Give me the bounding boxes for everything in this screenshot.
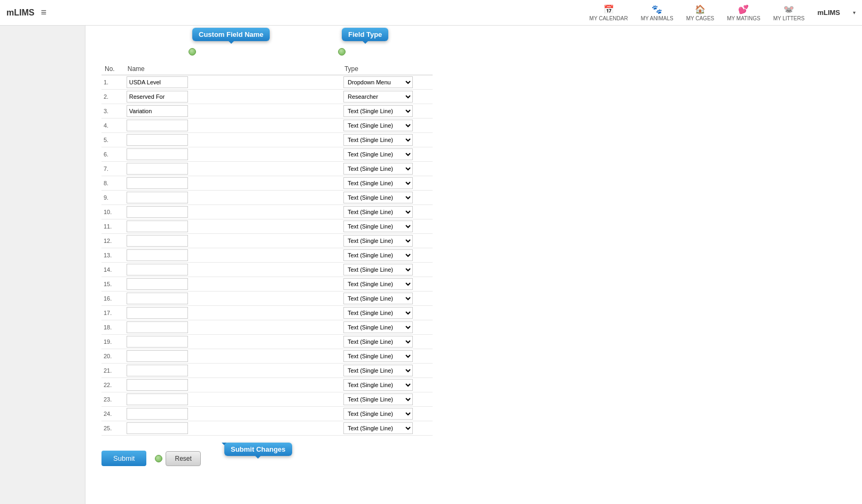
- row-name-cell: [124, 147, 239, 162]
- name-input[interactable]: [127, 422, 188, 434]
- table-row: 21.Text (Single Line)Dropdown MenuResear…: [101, 364, 433, 378]
- matings-icon: 💕: [738, 4, 749, 14]
- row-name-cell: [124, 306, 239, 320]
- table-row: 23.Text (Single Line)Dropdown MenuResear…: [101, 392, 433, 407]
- row-type-cell: Text (Single Line)Dropdown MenuResearche…: [341, 378, 433, 392]
- type-select[interactable]: Text (Single Line)Dropdown MenuResearche…: [343, 336, 413, 348]
- name-input[interactable]: [127, 105, 188, 117]
- type-select[interactable]: Text (Single Line)Dropdown MenuResearche…: [343, 206, 413, 218]
- name-input[interactable]: [127, 134, 188, 146]
- table-row: 24.Text (Single Line)Dropdown MenuResear…: [101, 407, 433, 421]
- table-row: 1.Text (Single Line)Dropdown MenuResearc…: [101, 75, 433, 90]
- name-input[interactable]: [127, 148, 188, 160]
- name-input[interactable]: [127, 336, 188, 348]
- row-spacer: [239, 277, 341, 292]
- name-input[interactable]: [127, 350, 188, 362]
- name-input[interactable]: [127, 76, 188, 88]
- table-row: 16.Text (Single Line)Dropdown MenuResear…: [101, 292, 433, 306]
- submit-button[interactable]: Submit: [101, 451, 146, 466]
- name-input[interactable]: [127, 249, 188, 261]
- nav-item-animals[interactable]: 🐾 MY ANIMALS: [641, 4, 673, 21]
- name-input[interactable]: [127, 177, 188, 189]
- row-spacer: [239, 421, 341, 436]
- name-input[interactable]: [127, 192, 188, 203]
- type-select[interactable]: Text (Single Line)Dropdown MenuResearche…: [343, 220, 413, 232]
- type-select[interactable]: Text (Single Line)Dropdown MenuResearche…: [343, 307, 413, 319]
- row-name-cell: [124, 191, 239, 205]
- row-name-cell: [124, 219, 239, 234]
- row-type-cell: Text (Single Line)Dropdown MenuResearche…: [341, 205, 433, 219]
- type-select[interactable]: Text (Single Line)Dropdown MenuResearche…: [343, 91, 413, 103]
- row-spacer: [239, 248, 341, 263]
- row-number: 7.: [101, 162, 124, 176]
- type-select[interactable]: Text (Single Line)Dropdown MenuResearche…: [343, 422, 413, 434]
- table-row: 6.Text (Single Line)Dropdown MenuResearc…: [101, 147, 433, 162]
- nav-item-cages[interactable]: 🏠 MY CAGES: [686, 4, 715, 21]
- row-spacer: [239, 335, 341, 349]
- table-row: 22.Text (Single Line)Dropdown MenuResear…: [101, 378, 433, 392]
- name-input[interactable]: [127, 379, 188, 391]
- type-select[interactable]: Text (Single Line)Dropdown MenuResearche…: [343, 408, 413, 420]
- nav-mlims[interactable]: mLIMS: [817, 9, 840, 17]
- row-type-cell: Text (Single Line)Dropdown MenuResearche…: [341, 392, 433, 407]
- type-select[interactable]: Text (Single Line)Dropdown MenuResearche…: [343, 192, 413, 203]
- type-select[interactable]: Text (Single Line)Dropdown MenuResearche…: [343, 177, 413, 189]
- row-type-cell: Text (Single Line)Dropdown MenuResearche…: [341, 306, 433, 320]
- header-nav: 📅 MY CALENDAR 🐾 MY ANIMALS 🏠 MY CAGES 💕 …: [590, 4, 856, 21]
- name-input[interactable]: [127, 235, 188, 247]
- row-number: 12.: [101, 234, 124, 248]
- row-type-cell: Text (Single Line)Dropdown MenuResearche…: [341, 104, 433, 119]
- name-input[interactable]: [127, 206, 188, 218]
- type-select[interactable]: Text (Single Line)Dropdown MenuResearche…: [343, 264, 413, 275]
- row-number: 22.: [101, 378, 124, 392]
- name-input[interactable]: [127, 408, 188, 420]
- nav-item-matings[interactable]: 💕 MY MATINGS: [727, 4, 760, 21]
- type-select[interactable]: Text (Single Line)Dropdown MenuResearche…: [343, 379, 413, 391]
- row-name-cell: [124, 119, 239, 133]
- type-select[interactable]: Text (Single Line)Dropdown MenuResearche…: [343, 365, 413, 376]
- type-select[interactable]: Text (Single Line)Dropdown MenuResearche…: [343, 321, 413, 333]
- name-input[interactable]: [127, 293, 188, 304]
- row-spacer: [239, 306, 341, 320]
- row-number: 14.: [101, 263, 124, 277]
- field-type-tooltip: Field Type: [342, 28, 388, 41]
- type-select[interactable]: Text (Single Line)Dropdown MenuResearche…: [343, 350, 413, 362]
- name-input[interactable]: [127, 264, 188, 275]
- row-spacer: [239, 349, 341, 364]
- row-type-cell: Text (Single Line)Dropdown MenuResearche…: [341, 162, 433, 176]
- type-select[interactable]: Text (Single Line)Dropdown MenuResearche…: [343, 278, 413, 290]
- nav-item-calendar[interactable]: 📅 MY CALENDAR: [590, 4, 628, 21]
- name-input[interactable]: [127, 307, 188, 319]
- type-select[interactable]: Text (Single Line)Dropdown MenuResearche…: [343, 249, 413, 261]
- name-input[interactable]: [127, 365, 188, 376]
- type-select[interactable]: Text (Single Line)Dropdown MenuResearche…: [343, 163, 413, 175]
- table-row: 5.Text (Single Line)Dropdown MenuResearc…: [101, 133, 433, 147]
- custom-fields-table: No. Name Type 1.Text (Single Line)Dropdo…: [101, 63, 433, 436]
- name-input[interactable]: [127, 120, 188, 131]
- submit-changes-tooltip: Submit Changes: [224, 443, 292, 456]
- row-number: 4.: [101, 119, 124, 133]
- type-select[interactable]: Text (Single Line)Dropdown MenuResearche…: [343, 148, 413, 160]
- menu-icon[interactable]: ≡: [41, 7, 46, 18]
- table-row: 19.Text (Single Line)Dropdown MenuResear…: [101, 335, 433, 349]
- name-input[interactable]: [127, 393, 188, 405]
- nav-label-cages: MY CAGES: [686, 15, 715, 21]
- type-select[interactable]: Text (Single Line)Dropdown MenuResearche…: [343, 120, 413, 131]
- type-select[interactable]: Text (Single Line)Dropdown MenuResearche…: [343, 293, 413, 304]
- reset-button[interactable]: Reset: [166, 451, 200, 466]
- type-select[interactable]: Text (Single Line)Dropdown MenuResearche…: [343, 393, 413, 405]
- type-select[interactable]: Text (Single Line)Dropdown MenuResearche…: [343, 76, 413, 88]
- row-type-cell: Text (Single Line)Dropdown MenuResearche…: [341, 191, 433, 205]
- name-input[interactable]: [127, 220, 188, 232]
- name-input[interactable]: [127, 278, 188, 290]
- button-row: Submit Reset Submit Changes: [101, 451, 846, 466]
- type-select[interactable]: Text (Single Line)Dropdown MenuResearche…: [343, 105, 413, 117]
- row-name-cell: [124, 364, 239, 378]
- type-select[interactable]: Text (Single Line)Dropdown MenuResearche…: [343, 134, 413, 146]
- type-select[interactable]: Text (Single Line)Dropdown MenuResearche…: [343, 235, 413, 247]
- name-input[interactable]: [127, 321, 188, 333]
- name-input[interactable]: [127, 163, 188, 175]
- row-number: 3.: [101, 104, 124, 119]
- name-input[interactable]: [127, 91, 188, 103]
- nav-item-litters[interactable]: 🐭 MY LITTERS: [773, 4, 805, 21]
